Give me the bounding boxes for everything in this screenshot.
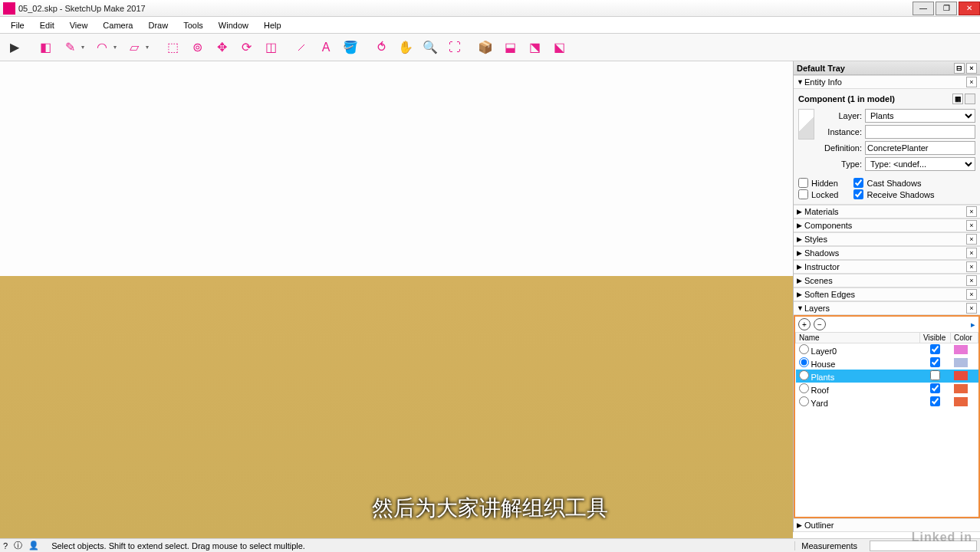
info-icon[interactable]: ⓘ bbox=[14, 540, 22, 551]
layer-active-radio[interactable] bbox=[799, 370, 809, 380]
select-tool[interactable]: ▶ bbox=[3, 36, 26, 59]
panel-close-icon[interactable]: × bbox=[966, 289, 977, 300]
definition-input[interactable] bbox=[865, 141, 975, 155]
orbit-tool[interactable]: ⥀ bbox=[370, 36, 393, 59]
details-icon[interactable]: ▦ bbox=[952, 94, 963, 104]
menu-tools[interactable]: Tools bbox=[176, 19, 211, 31]
menu-draw[interactable]: Draw bbox=[140, 19, 176, 31]
chevron-down-icon: ▼ bbox=[797, 78, 804, 86]
panel-close-icon[interactable]: × bbox=[966, 248, 977, 258]
layer-row[interactable]: Yard bbox=[796, 396, 978, 409]
tray-title: Default Tray bbox=[797, 64, 845, 73]
viewport[interactable] bbox=[0, 61, 793, 538]
scale-tool[interactable]: ◫ bbox=[259, 36, 282, 59]
panel-entity-info[interactable]: ▼ Entity Info × bbox=[794, 75, 980, 89]
tray-close-icon[interactable]: × bbox=[966, 63, 977, 74]
rotate-tool[interactable]: ⟳ bbox=[235, 36, 258, 59]
layer-row[interactable]: Layer0 bbox=[796, 343, 978, 357]
layer-active-radio[interactable] bbox=[799, 383, 809, 393]
layer-visible-checkbox[interactable] bbox=[930, 383, 940, 393]
chevron-right-icon: ▶ bbox=[797, 277, 804, 284]
move-tool[interactable]: ✥ bbox=[210, 36, 233, 59]
warehouse-tool[interactable]: 📦 bbox=[474, 36, 497, 59]
layer-color-swatch[interactable] bbox=[954, 397, 968, 406]
panel-close-icon[interactable]: × bbox=[966, 234, 977, 245]
col-visible[interactable]: Visible bbox=[920, 333, 951, 343]
layout-tool[interactable]: ⬕ bbox=[548, 36, 571, 59]
tape-tool[interactable]: ⟋ bbox=[290, 36, 313, 59]
layers-menu-icon[interactable]: ▸ bbox=[971, 320, 975, 330]
add-layer-button[interactable]: + bbox=[798, 318, 811, 330]
layer-visible-checkbox[interactable] bbox=[930, 370, 940, 380]
paint-tool[interactable]: 🪣 bbox=[339, 36, 362, 59]
panel-styles[interactable]: ▶Styles× bbox=[794, 232, 980, 246]
component-thumbnail bbox=[798, 109, 814, 140]
tray-pin-icon[interactable]: ⊟ bbox=[954, 63, 965, 74]
layer-active-radio[interactable] bbox=[799, 396, 809, 406]
person-icon[interactable]: 👤 bbox=[28, 540, 39, 550]
extension2-tool[interactable]: ⬔ bbox=[523, 36, 546, 59]
layer-color-swatch[interactable] bbox=[954, 345, 968, 354]
layer-active-radio[interactable] bbox=[799, 357, 809, 367]
layer-active-radio[interactable] bbox=[799, 344, 809, 354]
panel-close-icon[interactable]: × bbox=[966, 275, 977, 286]
panel-close-icon[interactable]: × bbox=[966, 303, 977, 314]
layer-row[interactable]: House bbox=[796, 356, 978, 370]
menu-help[interactable]: Help bbox=[256, 19, 289, 31]
menu-view[interactable]: View bbox=[62, 19, 96, 31]
layer-visible-checkbox[interactable] bbox=[930, 357, 940, 367]
panel-scenes[interactable]: ▶Scenes× bbox=[794, 274, 980, 288]
line-tool[interactable]: ✎ bbox=[58, 36, 81, 59]
zoom-tool[interactable]: 🔍 bbox=[419, 36, 442, 59]
app-icon bbox=[3, 2, 15, 15]
maximize-button[interactable]: ❐ bbox=[936, 2, 957, 15]
eraser-tool[interactable]: ◧ bbox=[34, 36, 57, 59]
type-select[interactable]: Type: <undef... bbox=[865, 157, 975, 171]
shape-tool[interactable]: ▱ bbox=[123, 36, 146, 59]
layer-visible-checkbox[interactable] bbox=[930, 396, 940, 406]
panel-close-icon[interactable]: × bbox=[966, 261, 977, 272]
offset-tool[interactable]: ⊚ bbox=[186, 36, 209, 59]
panel-close-icon[interactable]: × bbox=[966, 220, 977, 231]
instance-input[interactable] bbox=[865, 125, 975, 139]
default-tray: Default Tray ⊟ × ▼ Entity Info × Compone… bbox=[793, 61, 980, 532]
panel-close-icon[interactable]: × bbox=[966, 77, 977, 87]
panel-shadows[interactable]: ▶Shadows× bbox=[794, 246, 980, 260]
panel-layers[interactable]: ▼ Layers × bbox=[794, 301, 980, 315]
cast-shadows-checkbox[interactable]: Cast Shadows bbox=[853, 178, 934, 188]
model-view[interactable] bbox=[0, 61, 793, 538]
receive-shadows-checkbox[interactable]: Receive Shadows bbox=[853, 189, 934, 199]
menu-file[interactable]: File bbox=[3, 19, 32, 31]
panel-materials[interactable]: ▶Materials× bbox=[794, 205, 980, 219]
remove-layer-button[interactable]: − bbox=[814, 318, 826, 330]
text-tool[interactable]: A bbox=[314, 36, 337, 59]
locked-checkbox[interactable]: Locked bbox=[798, 189, 838, 199]
minimize-button[interactable]: — bbox=[913, 2, 934, 15]
menu-window[interactable]: Window bbox=[211, 19, 256, 31]
layer-color-swatch[interactable] bbox=[954, 384, 968, 393]
chevron-right-icon: ▶ bbox=[797, 521, 804, 529]
layer-visible-checkbox[interactable] bbox=[930, 344, 940, 354]
layer-select[interactable]: Plants bbox=[865, 109, 975, 123]
panel-close-icon[interactable]: × bbox=[966, 206, 977, 217]
menu-camera[interactable]: Camera bbox=[95, 19, 140, 31]
panel-soften-edges[interactable]: ▶Soften Edges× bbox=[794, 288, 980, 301]
layer-color-swatch[interactable] bbox=[954, 371, 968, 380]
col-name[interactable]: Name bbox=[796, 333, 920, 343]
hidden-checkbox[interactable]: Hidden bbox=[798, 178, 838, 188]
extension1-tool[interactable]: ⬓ bbox=[498, 36, 521, 59]
menu-edit[interactable]: Edit bbox=[32, 19, 62, 31]
panel-components[interactable]: ▶Components× bbox=[794, 219, 980, 232]
pan-tool[interactable]: ✋ bbox=[394, 36, 417, 59]
toggle-icon[interactable] bbox=[965, 94, 975, 104]
pushpull-tool[interactable]: ⬚ bbox=[161, 36, 184, 59]
layer-row[interactable]: Plants bbox=[796, 370, 978, 383]
help-icon[interactable]: ? bbox=[3, 541, 8, 550]
col-color[interactable]: Color bbox=[951, 333, 978, 343]
layer-color-swatch[interactable] bbox=[954, 358, 968, 367]
arc-tool[interactable]: ◠ bbox=[90, 36, 113, 59]
close-button[interactable]: ✕ bbox=[959, 2, 980, 15]
panel-instructor[interactable]: ▶Instructor× bbox=[794, 260, 980, 274]
layer-row[interactable]: Roof bbox=[796, 383, 978, 396]
zoomextents-tool[interactable]: ⛶ bbox=[443, 36, 466, 59]
